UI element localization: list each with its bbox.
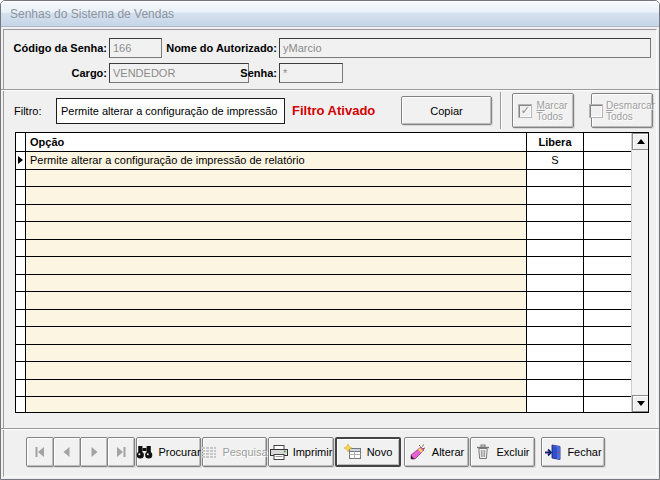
row-indicator-cell [16,292,26,309]
row-indicator-cell [16,345,26,362]
opcao-cell[interactable]: Permite alterar a configuração de impres… [26,152,527,169]
extra-cell [584,397,631,412]
opcao-cell[interactable] [26,240,527,257]
alterar-button[interactable]: Alterar [404,437,469,467]
grid-empty-rows [16,170,631,413]
opcao-cell[interactable] [26,187,527,204]
opcao-cell[interactable] [26,292,527,309]
nav-first-button[interactable] [26,437,54,467]
libera-cell[interactable] [527,257,584,274]
extra-cell [584,257,631,274]
opcao-cell[interactable] [26,205,527,222]
nav-prior-button[interactable] [53,437,81,467]
libera-cell[interactable] [527,222,584,239]
imprimir-button[interactable]: Imprimir [268,437,334,467]
printer-icon [270,445,288,460]
opcao-cell[interactable] [26,170,527,187]
libera-cell[interactable] [527,205,584,222]
indicator-column-header [16,133,26,151]
libera-cell[interactable] [527,345,584,362]
row-indicator-cell [16,187,26,204]
desmarcar-label-line1: Desmarcar [606,100,655,111]
copiar-button[interactable]: Copiar [401,96,492,125]
libera-cell[interactable] [527,362,584,379]
scroll-down-icon [637,401,645,406]
table-row[interactable] [16,397,631,412]
pesquisa-button: Pesquisa [202,437,267,467]
row-indicator-cell [16,257,26,274]
extra-cell [584,187,631,204]
extra-cell [584,345,631,362]
libera-cell[interactable] [527,327,584,344]
excluir-button[interactable]: Excluir [470,437,535,467]
exit-door-icon [544,444,562,460]
excluir-button-label: Excluir [496,446,529,458]
nav-last-button[interactable] [107,437,135,467]
table-row[interactable] [16,222,631,240]
scroll-up-button[interactable] [632,133,649,150]
app-window: Senhas do Sistema de Vendas Código da Se… [0,0,660,480]
nome-field [279,38,651,58]
filtro-label: Filtro: [14,105,50,117]
table-row[interactable] [16,205,631,223]
table-row-selected[interactable]: Permite alterar a configuração de impres… [16,152,631,170]
binoculars-icon [136,445,153,459]
row-indicator-cell [16,205,26,222]
opcao-column-header: Opção [26,133,527,151]
libera-cell[interactable] [527,240,584,257]
table-row[interactable] [16,240,631,258]
novo-button[interactable]: Novo [335,437,401,467]
libera-cell[interactable] [527,275,584,292]
opcao-cell[interactable] [26,380,527,397]
title-bar[interactable]: Senhas do Sistema de Vendas [1,1,659,27]
opcao-cell[interactable] [26,327,527,344]
panel-separator-bottom [1,428,660,430]
libera-cell[interactable] [527,310,584,327]
senha-label: Senha: [151,67,277,79]
table-row[interactable] [16,362,631,380]
libera-cell[interactable] [527,397,584,412]
extra-cell [584,327,631,344]
fechar-button[interactable]: Fechar [541,437,605,467]
row-indicator-cell [16,310,26,327]
copiar-button-label: Copiar [430,105,462,117]
libera-cell[interactable] [527,380,584,397]
codigo-label: Código da Senha: [9,42,107,54]
nome-label: Nome do Autorizado: [151,42,277,54]
procurar-button-label: Procurar [158,446,200,458]
table-row[interactable] [16,380,631,398]
libera-cell[interactable] [527,187,584,204]
table-row[interactable] [16,187,631,205]
opcao-cell[interactable] [26,397,527,412]
extra-cell [584,275,631,292]
panel-separator-top [1,89,660,91]
row-indicator-cell [16,397,26,412]
opcao-cell[interactable] [26,345,527,362]
libera-cell[interactable] [527,170,584,187]
grid-vertical-scrollbar[interactable] [631,133,648,412]
table-row[interactable] [16,257,631,275]
table-row[interactable] [16,345,631,363]
nav-last-icon [114,445,128,459]
opcao-cell[interactable] [26,310,527,327]
opcao-cell[interactable] [26,275,527,292]
table-row[interactable] [16,327,631,345]
table-row[interactable] [16,310,631,328]
opcao-cell[interactable] [26,362,527,379]
scroll-down-button[interactable] [632,395,649,412]
nav-next-button[interactable] [80,437,108,467]
unchecked-checkbox-icon [589,104,603,118]
table-row[interactable] [16,275,631,293]
row-indicator-cell [16,240,26,257]
new-record-icon [344,444,362,460]
opcao-cell[interactable] [26,257,527,274]
libera-cell[interactable]: S [527,152,584,169]
filter-input[interactable] [56,98,285,124]
table-row[interactable] [16,292,631,310]
procurar-button[interactable]: Procurar [136,437,201,467]
nav-next-icon [87,445,101,459]
marcar-label-line2: Todos [536,111,563,122]
table-row[interactable] [16,170,631,188]
libera-cell[interactable] [527,292,584,309]
opcao-cell[interactable] [26,222,527,239]
